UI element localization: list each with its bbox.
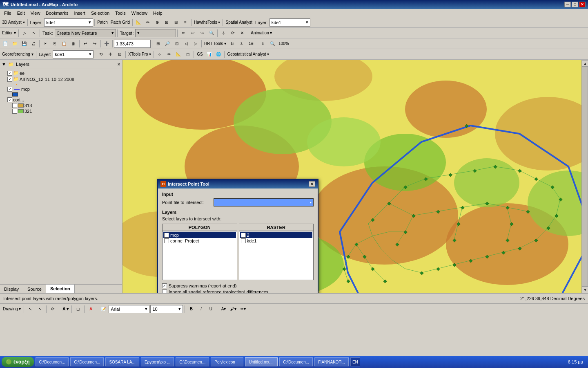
tool-btn-6[interactable]: ≡ [181, 18, 190, 27]
undo-btn[interactable]: ↩ [188, 29, 197, 38]
3d-analyst-btn[interactable]: 3D Analyst ▾ [1, 18, 26, 27]
tool-btn-4[interactable]: ⊞ [162, 18, 171, 27]
raster-item-kde1[interactable]: kde1 [240, 238, 313, 244]
cursor-btn[interactable]: ↖ [29, 29, 38, 38]
sketch-btn[interactable]: ✏ [179, 29, 188, 38]
toc-tab-source[interactable]: Source [23, 285, 46, 293]
maximize-button[interactable]: □ [572, 2, 578, 7]
hawths-btn[interactable]: HawthsTools ▾ [193, 18, 221, 27]
zoom-prev-btn[interactable]: ◁ [182, 39, 191, 48]
taskbar-item-0[interactable]: C:\Documen... [36, 357, 69, 366]
tool-btn-3[interactable]: ⊕ [153, 18, 162, 27]
taskbar-item-6[interactable]: Untitled.mx... [245, 357, 278, 366]
identify-btn[interactable]: ℹ [258, 39, 267, 48]
taskbar-item-5[interactable]: Polylexicon [211, 357, 243, 366]
line-color-picker[interactable]: ✏▾ [238, 305, 247, 314]
menu-edit[interactable]: Edit [15, 10, 27, 16]
xt5-btn[interactable]: 📊 [205, 50, 214, 59]
scroll-up-arrow[interactable]: ▲ [582, 60, 588, 67]
draw-tool1[interactable]: ◻ [74, 305, 82, 314]
patch-grid-btn[interactable]: Patch Grid [109, 18, 131, 27]
del2-btn[interactable]: 🗑 [69, 39, 78, 48]
pointer-tool[interactable]: ↖ [36, 305, 45, 314]
select-tool[interactable]: ↖ [26, 305, 35, 314]
corine-checkbox[interactable] [164, 238, 169, 243]
toc-check-ee[interactable]: ✓ [7, 71, 12, 76]
open-btn[interactable]: 📁 [10, 39, 19, 48]
kde1-checkbox[interactable] [241, 238, 246, 243]
polygon-item-mcp[interactable]: mcp [163, 232, 236, 238]
del-btn[interactable]: ✕ [238, 29, 247, 38]
menu-help[interactable]: Help [151, 10, 165, 16]
font-color-btn[interactable]: A [86, 305, 95, 314]
redo2-btn[interactable]: ↪ [90, 39, 99, 48]
start-button[interactable]: 🟢 έναρξη [2, 357, 34, 367]
hrt-tools-btn[interactable]: HRT Tools ▾ [203, 39, 227, 48]
animation-btn[interactable]: Animation ▾ [249, 29, 273, 38]
find-btn[interactable]: 🔍 [268, 39, 277, 48]
menu-tools[interactable]: Tools [113, 10, 128, 16]
undo2-btn[interactable]: ↩ [81, 39, 90, 48]
zoom-full-btn[interactable]: ⊞ [154, 39, 163, 48]
toc-expand-arrow[interactable]: ▼ [2, 62, 6, 67]
menu-bookmarks[interactable]: Bookmarks [43, 10, 71, 16]
taskbar-item-1[interactable]: C:\Documen... [70, 357, 104, 366]
taskbar-item-8[interactable]: ΓΙΑΝΝΑΚΟΠ... [314, 357, 349, 366]
intersect-dialog[interactable]: H Intersect Point Tool ✕ Input Point fil… [157, 179, 318, 293]
scroll-thumb[interactable] [582, 67, 588, 287]
menu-insert[interactable]: Insert [71, 10, 88, 16]
italic-btn[interactable]: I [196, 305, 205, 314]
underline-btn[interactable]: U [206, 305, 215, 314]
taskbar-item-4[interactable]: C:\Documen... [176, 357, 209, 366]
rotate2-btn[interactable]: ⟲ [96, 50, 105, 59]
zoom-btn[interactable]: 🔍 [207, 29, 216, 38]
taskbar-item-7[interactable]: C:\Documen... [279, 357, 313, 366]
fit-btn[interactable]: ⊡ [115, 50, 124, 59]
toc-check-321[interactable] [12, 109, 17, 114]
cut-btn[interactable]: ✂ [41, 39, 50, 48]
menu-file[interactable]: File [2, 10, 14, 16]
task-dropdown[interactable]: Create New Feature ▾ [55, 29, 116, 37]
scroll-down-arrow[interactable]: ▼ [582, 287, 588, 293]
language-button[interactable]: EN [350, 357, 360, 366]
font-color-picker[interactable]: A▾ [219, 305, 228, 314]
rotate-tool[interactable]: ⟳ [48, 305, 57, 314]
geostat-btn[interactable]: Geostatistical Analyst ▾ [226, 50, 270, 59]
zoom-sel-btn[interactable]: ⊡ [172, 39, 181, 48]
toc-check-mcp[interactable]: ✓ [7, 87, 12, 92]
menu-window[interactable]: Window [129, 10, 150, 16]
ignore-spatial-checkbox[interactable] [162, 289, 167, 293]
spatial-analyst-btn[interactable]: Spatial Analyst [224, 18, 254, 27]
text-btn[interactable]: A ▾ [61, 305, 70, 314]
zoom-next-btn[interactable]: ▷ [191, 39, 200, 48]
tool-btn-5[interactable]: ⊟ [172, 18, 180, 27]
copy-btn[interactable]: ⎘ [50, 39, 59, 48]
patch-btn[interactable]: Patch [96, 18, 109, 27]
dialog-close-button[interactable]: ✕ [309, 181, 315, 187]
close-button[interactable]: ✕ [579, 2, 586, 7]
polygon-item-corine[interactable]: corine_Project [163, 238, 236, 244]
mcp-checkbox[interactable] [164, 233, 169, 238]
xt4-btn[interactable]: ◻ [183, 50, 192, 59]
font-dropdown[interactable]: Arial ▾ [109, 305, 149, 313]
zoom-pct-btn[interactable]: 100% [277, 39, 290, 48]
xt1-btn[interactable]: ⊹ [155, 50, 164, 59]
hrt-calc[interactable]: Σ≡ [247, 39, 256, 48]
layer-dropdown[interactable]: kde1 ▾ [44, 18, 93, 27]
toc-tab-selection[interactable]: Selection [46, 285, 75, 293]
zoom-layer-btn[interactable]: 🔎 [163, 39, 172, 48]
target-dropdown[interactable]: ▾ [135, 29, 176, 37]
hrt-b[interactable]: B [228, 39, 237, 48]
tool-btn-1[interactable]: 📐 [134, 18, 143, 27]
new-btn[interactable]: 📄 [1, 39, 10, 48]
georef-btn[interactable]: Georeferencing ▾ [1, 50, 35, 59]
add-data-btn[interactable]: ➕ [102, 39, 111, 48]
highlight-picker[interactable]: 🖌▾ [229, 305, 238, 314]
suppress-warnings-checkbox[interactable] [162, 283, 167, 288]
xt3-btn[interactable]: 📐 [174, 50, 183, 59]
raster-item-2[interactable]: 2 [240, 232, 313, 238]
hrt-sum[interactable]: Σ [237, 39, 246, 48]
minimize-button[interactable]: ─ [564, 2, 571, 7]
menu-view[interactable]: View [28, 10, 43, 16]
toc-tab-display[interactable]: Display [0, 285, 23, 293]
